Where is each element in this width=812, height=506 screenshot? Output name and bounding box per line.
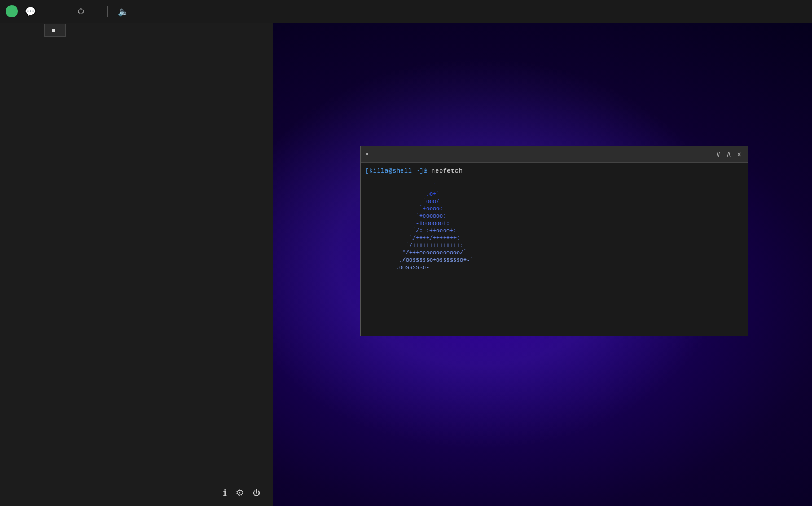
terminal-window-icon: ▪ <box>365 150 370 159</box>
neofetch-ascii-art: -` .o+` `ooo/ `+oooo: `+oooooo: -+oooooo… <box>365 176 523 271</box>
end-session-button[interactable]: ⏻ <box>253 489 264 497</box>
panel-separator-2 <box>71 6 71 17</box>
terminal-window: ▪ ∨ ∧ ✕ [killa@shell ~]$ neofetch -` .o+… <box>360 146 748 336</box>
taskbar-terminal-icon: ▪ <box>51 27 55 34</box>
app-list <box>0 59 273 486</box>
info-icon[interactable]: ℹ <box>223 487 227 498</box>
terminal-prompt: [killa@shell ~]$ <box>365 167 427 174</box>
terminal-command: neofetch <box>427 167 462 174</box>
volume-icon[interactable]: 🔈 <box>118 6 129 17</box>
terminal-neofetch-art: [killa@shell ~]$ neofetch -` .o+` `ooo/ … <box>365 166 523 332</box>
panel-separator-3 <box>107 6 108 17</box>
chat-status-icon <box>6 5 18 17</box>
end-session-icon: ⏻ <box>253 489 260 497</box>
terminal-body: [killa@shell ~]$ neofetch -` .o+` `ooo/ … <box>361 163 748 336</box>
bottom-bar: ℹ ⚙ ⏻ <box>0 479 273 506</box>
terminal-titlebar[interactable]: ▪ ∨ ∧ ✕ <box>361 146 748 163</box>
gateway-panel: ℹ ⚙ ⏻ <box>0 0 273 506</box>
wired-icon: ⬡ <box>78 7 84 15</box>
terminal-close-button[interactable]: ✕ <box>735 149 743 159</box>
terminal-minimize-button[interactable]: ∨ <box>714 149 722 159</box>
panel-left: 💬 ⬡ 🔈 <box>6 5 806 17</box>
gateway-title <box>0 45 273 59</box>
panel-separator-1 <box>43 6 43 17</box>
taskbar-terminal-item[interactable]: ▪ <box>44 24 66 37</box>
terminal-maximize-button[interactable]: ∧ <box>725 149 732 159</box>
top-panel: 💬 ⬡ 🔈 <box>0 0 812 23</box>
settings-icon[interactable]: ⚙ <box>236 487 244 498</box>
terminal-controls: ∨ ∧ ✕ <box>714 149 743 159</box>
message-icon: 💬 <box>25 6 36 17</box>
